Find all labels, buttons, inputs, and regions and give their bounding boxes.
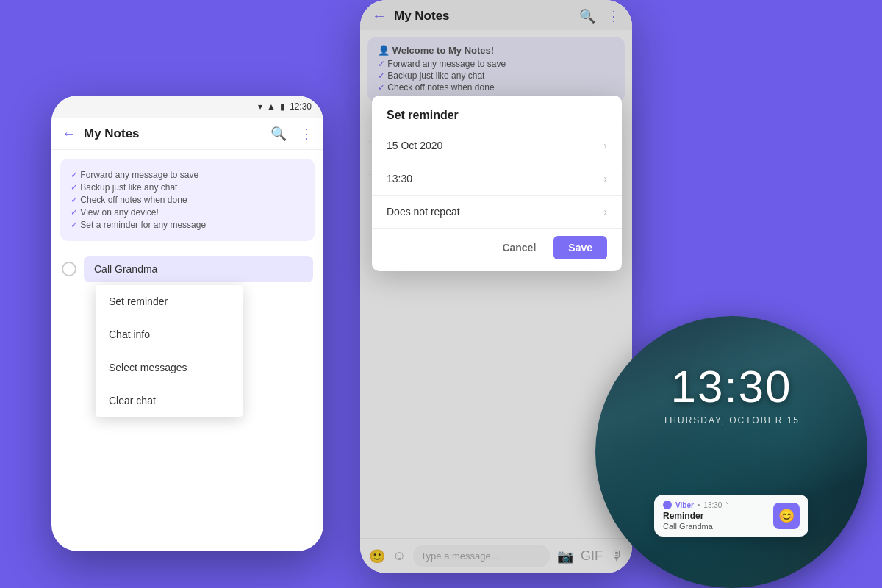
date-label: 15 Oct 2020	[387, 140, 442, 151]
notif-app-time: •	[698, 501, 700, 509]
repeat-chevron: ›	[603, 206, 607, 218]
check-item-0: Forward any message to save	[71, 170, 304, 180]
notif-title: Reminder	[663, 511, 767, 521]
dialog-actions: Cancel Save	[372, 229, 622, 264]
phone-left: ▾ ▲ ▮ 12:30 ← My Notes 🔍 ⋮ Forward any m…	[51, 96, 323, 551]
date-chevron: ›	[603, 140, 607, 151]
watch-date: Thursday, October 15	[663, 415, 800, 426]
repeat-row[interactable]: Does not repeat ›	[372, 196, 622, 229]
more-icon-left[interactable]: ⋮	[300, 126, 313, 142]
check-item-3: View on any device!	[71, 207, 304, 218]
app-bar-left: ← My Notes 🔍 ⋮	[51, 118, 323, 150]
dialog-title: Set reminder	[372, 96, 622, 129]
signal-icon: ▲	[267, 101, 276, 112]
time-label: 13:30	[387, 173, 412, 184]
viber-dot-icon	[663, 501, 672, 509]
notif-expand-icon: ˅	[725, 501, 729, 509]
check-item-1: Backup just like any chat	[71, 182, 304, 193]
cancel-button[interactable]: Cancel	[492, 236, 546, 259]
notif-app-icon: 😊	[773, 503, 800, 529]
status-bar-left: ▾ ▲ ▮ 12:30	[51, 96, 323, 118]
message-row: Call Grandma Set reminder Chat info Sele…	[51, 250, 323, 288]
notif-app-name: Viber	[675, 501, 694, 509]
check-item-4: Set a reminder for any message	[71, 220, 304, 230]
notif-body: Call Grandma	[663, 522, 767, 531]
wave-overlay	[595, 316, 867, 588]
status-time: 12:30	[290, 101, 312, 112]
search-icon-left[interactable]: 🔍	[270, 126, 287, 142]
context-item-1[interactable]: Chat info	[96, 318, 243, 351]
watch-time: 13:30	[670, 360, 792, 412]
repeat-label: Does not repeat	[387, 206, 460, 218]
context-menu: Set reminder Chat info Select messages C…	[96, 285, 243, 417]
battery-icon: ▮	[280, 101, 285, 112]
reminder-dialog: Set reminder 15 Oct 2020 › 13:30 › Does …	[372, 96, 622, 271]
radio-circle[interactable]	[62, 262, 76, 276]
context-item-3[interactable]: Clear chat	[96, 384, 243, 417]
notif-app-row: Viber • 13:30 ˅	[663, 501, 767, 509]
watch-background: 13:30 Thursday, October 15 Viber • 13:30…	[595, 316, 867, 588]
context-item-0[interactable]: Set reminder	[96, 285, 243, 318]
notif-time: 13:30	[703, 501, 722, 509]
wifi-icon: ▾	[258, 101, 262, 112]
date-row[interactable]: 15 Oct 2020 ›	[372, 129, 622, 162]
notif-icon-glyph: 😊	[778, 508, 795, 524]
back-arrow-left[interactable]: ←	[62, 125, 76, 142]
app-title-left: My Notes	[84, 126, 257, 141]
save-button[interactable]: Save	[553, 236, 607, 259]
context-item-2[interactable]: Select messages	[96, 351, 243, 384]
dialog-overlay	[360, 0, 632, 573]
watch-notification: Viber • 13:30 ˅ Reminder Call Grandma 😊	[654, 495, 808, 537]
time-chevron: ›	[603, 173, 607, 184]
message-bubble[interactable]: Call Grandma	[84, 256, 313, 282]
check-item-2: Check off notes when done	[71, 195, 304, 205]
watch-circle: 13:30 Thursday, October 15 Viber • 13:30…	[595, 316, 867, 588]
time-row[interactable]: 13:30 ›	[372, 162, 622, 196]
welcome-box-left: Forward any message to save Backup just …	[60, 159, 315, 241]
notif-content: Viber • 13:30 ˅ Reminder Call Grandma	[663, 501, 767, 531]
